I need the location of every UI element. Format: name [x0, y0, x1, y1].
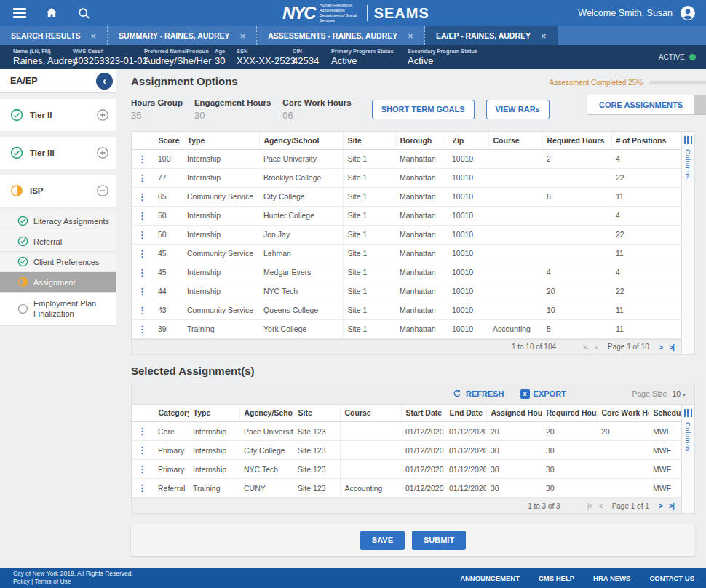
close-icon[interactable]: × [408, 31, 413, 41]
column-header[interactable]: Assigned Hours [486, 405, 542, 422]
column-header[interactable]: Score [154, 132, 183, 149]
column-header[interactable]: Course [488, 132, 542, 149]
table-cell: 20 [597, 422, 649, 441]
footer-link-hra-news[interactable]: HRA NEWS [593, 574, 630, 582]
table-cell [488, 149, 542, 168]
first-page-icon[interactable]: |< [583, 343, 588, 351]
tab-ea-ep[interactable]: EA/EP - RAINES, AUDREY × [425, 26, 558, 45]
submit-button[interactable]: SUBMIT [412, 531, 466, 550]
column-header[interactable]: Borough [395, 132, 448, 149]
sidebar-collapse-icon[interactable]: ‹ [96, 73, 113, 90]
footer-link-announcement[interactable]: ANNOUNCEMENT [460, 574, 520, 582]
primary-assignments-button[interactable]: PRIMARY ASSIGNMENTS [694, 95, 706, 114]
column-header[interactable]: Core Work Hours [597, 405, 649, 422]
export-button[interactable]: x EXPORT [520, 389, 566, 399]
table-row[interactable]: ⋮ReferralTrainingCUNYSite 123Accounting0… [132, 479, 681, 498]
footer-link-contact-us[interactable]: CONTACT US [649, 574, 694, 582]
row-menu-icon[interactable]: ⋮ [136, 154, 147, 164]
user-avatar-icon[interactable] [680, 5, 696, 21]
column-header[interactable]: Zip [448, 132, 488, 149]
row-menu-icon[interactable]: ⋮ [136, 305, 147, 316]
row-menu-icon[interactable]: ⋮ [136, 464, 147, 474]
table-row[interactable]: ⋮50InternshipHunter CollegeSite 1Manhatt… [132, 206, 681, 225]
menu-icon[interactable] [12, 5, 28, 21]
save-button[interactable]: SAVE [360, 531, 405, 550]
expand-plus-icon[interactable] [96, 146, 109, 159]
sidebar-item-isp[interactable]: ISP [0, 175, 116, 207]
close-icon[interactable]: × [90, 31, 96, 41]
table-row[interactable]: ⋮39TrainingYork CollegeSite 1Manhattan10… [132, 319, 681, 338]
table-row[interactable]: ⋮44InternshipNYC TechSite 1Manhattan1001… [132, 282, 681, 301]
columns-tool-panel[interactable]: Columns [681, 405, 694, 514]
row-menu-icon[interactable]: ⋮ [136, 172, 147, 183]
collapse-minus-icon[interactable] [96, 184, 109, 197]
last-page-icon[interactable]: >| [669, 343, 674, 351]
row-menu-icon[interactable]: ⋮ [136, 482, 147, 493]
home-icon[interactable] [44, 5, 60, 21]
row-menu-icon[interactable]: ⋮ [136, 229, 147, 240]
row-menu-icon[interactable]: ⋮ [136, 191, 147, 202]
column-header[interactable]: End Date [445, 405, 486, 422]
tab-summary[interactable]: SUMMARY - RAINES, AUDREY × [108, 26, 257, 45]
previous-page-icon[interactable]: < [595, 343, 598, 351]
columns-icon[interactable] [684, 409, 693, 417]
column-header[interactable]: Agency/School [259, 132, 343, 149]
columns-icon[interactable] [684, 136, 693, 144]
columns-tool-panel[interactable]: Columns [681, 132, 694, 354]
footer-policy-links[interactable]: Policy | Terms of Use [13, 578, 133, 586]
refresh-button[interactable]: REFRESH [452, 389, 504, 399]
row-menu-icon[interactable]: ⋮ [136, 286, 147, 297]
column-header[interactable]: Type [183, 132, 259, 149]
table-row[interactable]: ⋮100InternshipPace UniversitySite 1Manha… [132, 149, 681, 168]
row-menu-icon[interactable]: ⋮ [136, 445, 147, 456]
sidebar-item-client-preferences[interactable]: Client Preferences [0, 252, 116, 272]
column-header[interactable]: Start Date [401, 405, 445, 422]
previous-page-icon[interactable]: < [598, 501, 602, 510]
sidebar-item-literacy-assignments[interactable]: Literacy Assignments [0, 211, 116, 231]
sidebar-item-tier-ii[interactable]: Tier II [0, 99, 116, 131]
sidebar-item-referral[interactable]: Referral [0, 231, 116, 252]
column-header[interactable]: Agency/School [239, 405, 293, 422]
sidebar-item-assignment[interactable]: Assignment [0, 272, 116, 293]
expand-plus-icon[interactable] [96, 108, 109, 122]
column-header[interactable]: Required Hours [542, 405, 597, 422]
column-header[interactable]: Site [343, 132, 395, 149]
sidebar-item-employment-plan-finalization[interactable]: Employment Plan Finalization [0, 293, 116, 326]
table-row[interactable]: ⋮PrimaryInternshipNYC TechSite 12301/12/… [132, 460, 681, 479]
next-page-icon[interactable]: > [659, 343, 662, 351]
row-menu-icon[interactable]: ⋮ [136, 324, 147, 335]
column-header[interactable]: Site [293, 405, 340, 422]
table-row[interactable]: ⋮65Community ServiceCity CollegeSite 1Ma… [132, 187, 681, 206]
table-row[interactable]: ⋮50InternshipJon JaySite 1Manhattan10010… [132, 225, 681, 244]
column-header[interactable]: # of Positions [611, 132, 681, 149]
page-size-select[interactable]: 10 ▾ [672, 389, 686, 398]
table-row[interactable]: ⋮CoreInternshipPace UniversitySite 12301… [132, 422, 681, 441]
view-rars-button[interactable]: VIEW RARs [486, 100, 550, 119]
column-header[interactable]: Category [154, 405, 189, 422]
table-row[interactable]: ⋮43Community ServiceQueens CollegeSite 1… [132, 301, 681, 319]
table-row[interactable]: ⋮77InternshipBrooklyn CollegeSite 1Manha… [132, 168, 681, 187]
tab-assessments[interactable]: ASSESSMENTS - RAINES, AUDREY × [257, 26, 425, 45]
row-menu-icon[interactable]: ⋮ [136, 426, 147, 437]
last-page-icon[interactable]: >| [669, 501, 674, 510]
short-term-goals-button[interactable]: SHORT TERM GOALS [372, 100, 475, 119]
row-menu-icon[interactable]: ⋮ [136, 248, 147, 259]
next-page-icon[interactable]: > [659, 501, 662, 510]
tab-search-results[interactable]: SEARCH RESULTS × [0, 26, 108, 45]
column-header[interactable]: Required Hours [542, 132, 611, 149]
table-row[interactable]: ⋮45InternshipMedgar EversSite 1Manhattan… [132, 263, 681, 282]
column-header[interactable]: Type [189, 405, 239, 422]
search-icon[interactable] [76, 5, 92, 21]
table-row[interactable]: ⋮45Community ServiceLehmanSite 1Manhatta… [132, 244, 681, 263]
footer-link-cms-help[interactable]: CMS HELP [539, 574, 574, 582]
column-header[interactable]: Course [340, 405, 401, 422]
column-header[interactable]: Schedule [649, 405, 681, 422]
row-menu-icon[interactable]: ⋮ [136, 267, 147, 278]
close-icon[interactable]: × [541, 31, 547, 41]
first-page-icon[interactable]: |< [587, 501, 592, 510]
table-row[interactable]: ⋮PrimaryInternshipCity CollegeSite 12301… [132, 441, 681, 460]
close-icon[interactable]: × [240, 31, 246, 41]
sidebar-item-tier-iii[interactable]: Tier III [0, 137, 116, 169]
core-assignments-button[interactable]: CORE ASSIGNMENTS [587, 95, 694, 114]
row-menu-icon[interactable]: ⋮ [136, 210, 147, 221]
